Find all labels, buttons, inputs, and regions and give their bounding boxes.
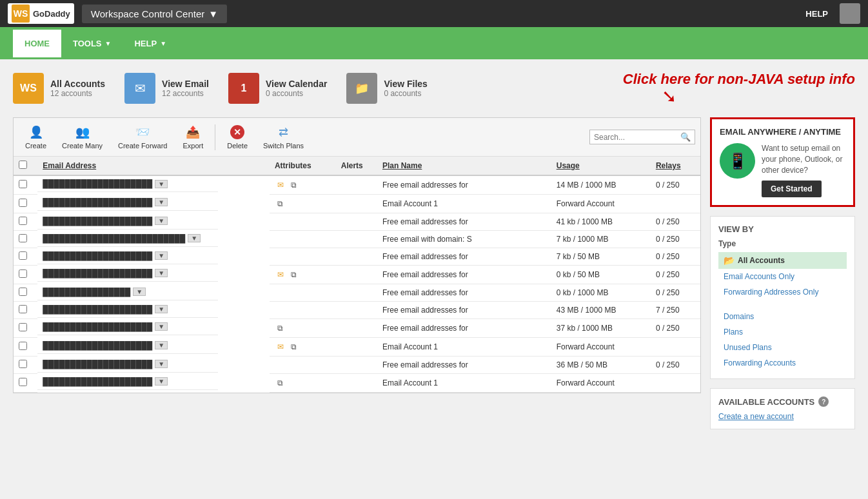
get-started-button[interactable]: Get Started	[762, 181, 822, 197]
view-files-icon: 📁	[346, 73, 377, 104]
address-dropdown-icon[interactable]: ▼	[155, 180, 168, 188]
view-by-all-accounts[interactable]: 📂 All Accounts	[718, 252, 847, 269]
export-button[interactable]: 📤 Export	[176, 122, 210, 152]
plan-cell: Free email addresses for	[377, 248, 551, 266]
logo-container[interactable]: WS GoDaddy	[8, 3, 74, 24]
folder-icon: 📂	[724, 255, 735, 266]
summary-all-accounts[interactable]: WS All Accounts 12 accounts	[13, 73, 105, 104]
address-dropdown-icon[interactable]: ▼	[155, 360, 168, 368]
annotation-area: Click here for non-JAVA setup info ➘	[623, 71, 855, 106]
row-checkbox[interactable]	[19, 342, 27, 350]
row-checkbox[interactable]	[19, 323, 27, 331]
envelope-attr-icon[interactable]: ✉	[275, 341, 286, 353]
address-dropdown-icon[interactable]: ▼	[155, 322, 168, 331]
plan-cell: Free email addresses for	[377, 213, 551, 231]
help-link[interactable]: HELP	[805, 9, 828, 19]
copy-attr-icon[interactable]: ⧉	[275, 198, 286, 210]
row-checkbox[interactable]	[19, 251, 27, 260]
email-anywhere-title: EMAIL ANYWHERE / ANYTIME	[720, 127, 845, 137]
search-input[interactable]	[594, 133, 678, 142]
view-by-email-only[interactable]: Email Accounts Only	[718, 269, 847, 284]
row-checkbox[interactable]	[19, 180, 27, 188]
usage-cell: Forward Account	[551, 195, 651, 213]
create-forward-button[interactable]: 📨 Create Forward	[112, 122, 173, 152]
annotation-text: Click here for non-JAVA setup info	[623, 71, 855, 88]
envelope-attr-icon[interactable]: ✉	[275, 269, 286, 280]
logo-ws-icon: WS	[12, 5, 30, 23]
help-chevron-icon: ▼	[160, 40, 166, 47]
address-dropdown-icon[interactable]: ▼	[155, 305, 168, 313]
address-dropdown-icon[interactable]: ▼	[155, 341, 168, 349]
annotation-arrow-icon: ➘	[662, 88, 676, 106]
copy-attr-icon[interactable]: ⧉	[288, 269, 300, 280]
avatar[interactable]	[840, 3, 860, 24]
nav-item-help[interactable]: HELP ▼	[123, 30, 178, 57]
search-box[interactable]: 🔍	[589, 130, 695, 144]
summary-view-calendar[interactable]: 1 View Calendar 0 accounts	[228, 73, 327, 104]
col-usage[interactable]: Usage	[551, 157, 651, 175]
copy-attr-icon[interactable]: ⧉	[288, 179, 300, 191]
view-by-title: VIEW BY	[718, 224, 847, 234]
top-nav-right: HELP	[805, 3, 860, 24]
app-title[interactable]: Workspace Control Center ▼	[82, 5, 227, 23]
col-email-address[interactable]: Email Address	[37, 157, 270, 175]
address-dropdown-icon[interactable]: ▼	[155, 198, 168, 206]
email-address-cell: ████████████████████▼	[37, 248, 218, 264]
address-dropdown-icon[interactable]: ▼	[133, 288, 146, 296]
nav-item-home[interactable]: HOME	[13, 30, 61, 57]
create-forward-icon: 📨	[135, 124, 150, 140]
address-dropdown-icon[interactable]: ▼	[155, 269, 168, 277]
delete-button[interactable]: ✕ Delete	[221, 122, 254, 152]
row-checkbox[interactable]	[19, 269, 27, 278]
relays-cell: 0 / 250	[651, 319, 700, 338]
relays-cell: 0 / 250	[651, 248, 700, 266]
row-checkbox[interactable]	[19, 305, 27, 313]
usage-cell: 43 MB / 1000 MB	[551, 302, 651, 319]
create-many-button[interactable]: 👥 Create Many	[55, 122, 109, 152]
row-checkbox[interactable]	[19, 288, 27, 296]
view-by-fwd-accounts[interactable]: Forwarding Accounts	[718, 355, 847, 371]
usage-cell: 14 MB / 1000 MB	[551, 175, 651, 195]
table-row: ████████████████████▼Free email addresse…	[14, 248, 700, 266]
view-by-section: VIEW BY Type 📂 All Accounts Email Accoun…	[710, 216, 855, 379]
view-by-fwd-only[interactable]: Forwarding Addresses Only	[718, 284, 847, 300]
copy-attr-icon[interactable]: ⧉	[275, 377, 286, 389]
relays-cell: 0 / 250	[651, 213, 700, 231]
address-dropdown-icon[interactable]: ▼	[155, 217, 168, 225]
select-all-checkbox[interactable]	[19, 161, 27, 169]
row-checkbox[interactable]	[19, 217, 27, 225]
table-row: ████████████████████▼✉⧉Free email addres…	[14, 266, 700, 284]
view-calendar-count: 0 accounts	[266, 89, 327, 98]
plan-cell: Free email with domain: S	[377, 231, 551, 248]
table-header-row: Email Address Attributes Alerts Plan Nam…	[14, 157, 700, 175]
view-by-unused-plans[interactable]: Unused Plans	[718, 340, 847, 355]
alerts-cell	[336, 338, 377, 357]
all-accounts-label: All Accounts	[50, 79, 105, 89]
email-anywhere-body: 📱 Want to setup email on your phone, Out…	[720, 143, 845, 197]
all-accounts-count: 12 accounts	[50, 89, 105, 98]
col-plan-name[interactable]: Plan Name	[377, 157, 551, 175]
summary-view-email[interactable]: ✉ View Email 12 accounts	[124, 73, 209, 104]
address-dropdown-icon[interactable]: ▼	[155, 251, 168, 260]
envelope-attr-icon[interactable]: ✉	[275, 179, 286, 191]
address-dropdown-icon[interactable]: ▼	[155, 377, 168, 386]
create-new-account-link[interactable]: Create a new account	[718, 412, 847, 421]
create-button[interactable]: 👤 Create	[19, 122, 53, 152]
summary-view-files[interactable]: 📁 View Files 0 accounts	[346, 73, 427, 104]
row-checkbox[interactable]	[19, 378, 27, 386]
row-checkbox[interactable]	[19, 234, 27, 242]
view-by-domains[interactable]: Domains	[718, 309, 847, 324]
row-checkbox[interactable]	[19, 360, 27, 368]
row-checkbox[interactable]	[19, 199, 27, 207]
view-calendar-label: View Calendar	[266, 79, 327, 89]
email-address-cell: ██████████████████████████▼	[37, 231, 218, 247]
col-relays[interactable]: Relays	[651, 157, 700, 175]
copy-attr-icon[interactable]: ⧉	[288, 341, 300, 353]
view-by-plans[interactable]: Plans	[718, 324, 847, 340]
relays-cell: 0 / 250	[651, 266, 700, 284]
address-dropdown-icon[interactable]: ▼	[188, 234, 201, 242]
view-files-label: View Files	[384, 79, 427, 89]
nav-item-tools[interactable]: TOOLS ▼	[61, 30, 123, 57]
switch-plans-button[interactable]: ⇄ Switch Plans	[257, 122, 310, 152]
copy-attr-icon[interactable]: ⧉	[275, 322, 286, 334]
